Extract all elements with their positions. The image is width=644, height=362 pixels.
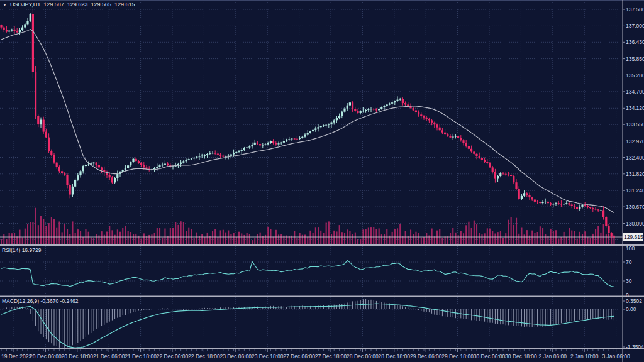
svg-text:23 Dec 18:00: 23 Dec 18:00 [252, 353, 284, 359]
svg-text:30 Dec 18:00: 30 Dec 18:00 [505, 353, 537, 359]
svg-text:20 Dec 18:00: 20 Dec 18:00 [62, 353, 94, 359]
svg-text:70: 70 [626, 259, 632, 265]
ohlc-low-value: 129.565 [91, 1, 111, 8]
svg-text:2 Jan 18:00: 2 Jan 18:00 [570, 353, 599, 359]
symbol-dropdown-icon[interactable]: ▼ [3, 1, 7, 8]
svg-text:-1.3504: -1.3504 [626, 344, 644, 350]
svg-text:100: 100 [626, 245, 635, 251]
svg-text:0: 0 [626, 292, 629, 299]
svg-text:3 Jan 06:00: 3 Jan 06:00 [602, 353, 630, 359]
svg-text:27 Dec 06:00: 27 Dec 06:00 [283, 353, 315, 359]
svg-text:28 Dec 18:00: 28 Dec 18:00 [379, 353, 411, 359]
macd-indicator-label: MACD(12,26,9) -0.3670 -0.2462 [2, 298, 78, 305]
rsi-indicator-label: RSI(14) 16.9729 [2, 247, 41, 254]
svg-text:29 Dec 06:00: 29 Dec 06:00 [410, 353, 442, 359]
svg-text:19 Dec 2022: 19 Dec 2022 [1, 353, 31, 359]
ohlc-open-value: 129.587 [43, 1, 64, 8]
svg-text:28 Dec 06:00: 28 Dec 06:00 [347, 353, 379, 359]
svg-text:133.550: 133.550 [626, 121, 644, 128]
svg-text:23 Dec 06:00: 23 Dec 06:00 [220, 353, 252, 359]
svg-text:30: 30 [626, 278, 632, 284]
svg-text:137.580: 137.580 [626, 6, 644, 13]
svg-text:0.00: 0.00 [626, 306, 636, 312]
svg-text:22 Dec 06:00: 22 Dec 06:00 [157, 353, 189, 359]
ohlc-close-value: 129.615 [114, 1, 135, 8]
svg-text:131.240: 131.240 [626, 187, 644, 194]
svg-text:130.670: 130.670 [626, 204, 644, 210]
chart-title-bar: ▼ USDJPY,H1 129.587 129.623 129.565 129.… [3, 1, 135, 8]
svg-text:135.280: 135.280 [626, 72, 644, 79]
svg-text:135.850: 135.850 [626, 56, 644, 62]
trading-chart-window: 137.580137.000136.430135.850135.280134.7… [0, 0, 644, 362]
svg-text:27 Dec 18:00: 27 Dec 18:00 [315, 353, 347, 359]
svg-text:22 Dec 18:00: 22 Dec 18:00 [188, 353, 220, 359]
svg-text:134.700: 134.700 [626, 89, 644, 95]
svg-text:30 Dec 06:00: 30 Dec 06:00 [474, 353, 506, 359]
ohlc-high-value: 129.623 [67, 1, 88, 8]
svg-text:137.000: 137.000 [626, 23, 644, 29]
chart-canvas[interactable]: 137.580137.000136.430135.850135.280134.7… [0, 0, 644, 362]
svg-text:130.090: 130.090 [626, 221, 644, 227]
svg-text:20 Dec 06:00: 20 Dec 06:00 [30, 353, 62, 359]
current-price-tag: 129.615 [623, 233, 643, 241]
svg-text:134.120: 134.120 [626, 105, 644, 111]
svg-text:0.3502: 0.3502 [626, 298, 642, 304]
symbol-timeframe-label: USDJPY,H1 [10, 1, 40, 8]
svg-text:132.970: 132.970 [626, 138, 644, 145]
svg-text:136.430: 136.430 [626, 39, 644, 45]
svg-text:29 Dec 18:00: 29 Dec 18:00 [441, 353, 474, 359]
svg-text:2 Jan 06:00: 2 Jan 06:00 [539, 353, 567, 359]
svg-text:131.820: 131.820 [626, 171, 644, 177]
svg-text:132.400: 132.400 [626, 155, 644, 161]
svg-text:21 Dec 06:00: 21 Dec 06:00 [93, 353, 125, 359]
svg-text:21 Dec 18:00: 21 Dec 18:00 [125, 353, 157, 359]
